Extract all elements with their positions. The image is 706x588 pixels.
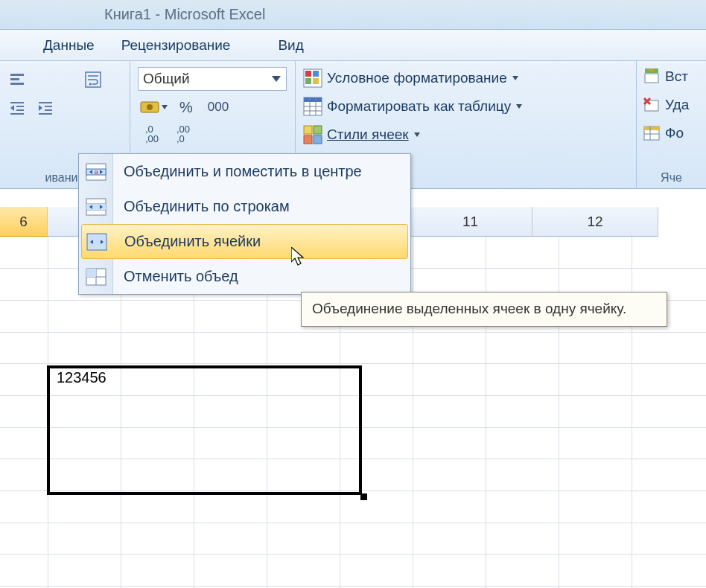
indent-increase-icon xyxy=(37,100,54,116)
svg-rect-6 xyxy=(10,113,24,115)
comma-style-button[interactable]: 000 xyxy=(202,95,235,119)
svg-marker-12 xyxy=(39,105,42,111)
thousands-icon: 000 xyxy=(208,100,229,115)
svg-rect-41 xyxy=(314,135,322,144)
delete-cells-button[interactable]: Уда xyxy=(643,97,689,113)
indent-increase-button[interactable] xyxy=(33,95,58,121)
tooltip: Объединение выделенных ячеек в одну ячей… xyxy=(301,292,667,327)
merge-cells-icon xyxy=(86,233,107,251)
menu-view[interactable]: Вид xyxy=(264,33,317,58)
svg-rect-70 xyxy=(86,269,96,277)
svg-rect-3 xyxy=(10,102,24,103)
svg-rect-64 xyxy=(87,234,106,250)
svg-rect-0 xyxy=(10,74,24,76)
svg-rect-43 xyxy=(645,74,658,83)
insert-cells-button[interactable]: Вст xyxy=(643,68,688,85)
menu-reviewing[interactable]: Рецензирование xyxy=(108,33,244,58)
svg-rect-5 xyxy=(16,109,24,111)
menu-item-merge-across[interactable]: Объединить по строкам xyxy=(113,189,410,224)
conditional-formatting-button[interactable]: Условное форматирование xyxy=(303,68,519,88)
selection-handle[interactable] xyxy=(360,493,367,500)
svg-marker-24 xyxy=(162,105,168,109)
chevron-down-icon xyxy=(271,74,282,84)
ribbon-group-cells: Вст Уда Фо Яче xyxy=(637,61,706,189)
svg-marker-42 xyxy=(414,132,420,137)
align-top-button[interactable] xyxy=(4,67,30,92)
decrease-decimal-icon: ,00,0 xyxy=(176,124,190,144)
window-title: Книга1 - Microsoft Excel xyxy=(104,6,265,23)
svg-rect-32 xyxy=(304,98,322,102)
merge-dropdown-menu: a Объединить и поместить в центре Объеди… xyxy=(78,153,411,295)
chevron-down-icon xyxy=(515,103,523,110)
svg-rect-9 xyxy=(45,106,52,107)
chevron-down-icon xyxy=(413,131,421,138)
svg-rect-50 xyxy=(644,127,659,130)
svg-marker-7 xyxy=(10,105,14,111)
svg-rect-27 xyxy=(313,71,319,77)
svg-rect-2 xyxy=(10,83,24,85)
svg-rect-28 xyxy=(305,78,311,84)
percent-button[interactable]: % xyxy=(174,95,199,119)
menu-item-unmerge[interactable]: Отменить объед xyxy=(113,259,410,294)
increase-decimal-icon: ,0,00 xyxy=(145,124,159,144)
svg-point-23 xyxy=(147,104,153,110)
svg-rect-38 xyxy=(304,126,312,134)
format-button[interactable]: Фо xyxy=(643,125,684,141)
indent-decrease-button[interactable] xyxy=(4,95,30,121)
title-bar: Книга1 - Microsoft Excel xyxy=(0,0,706,30)
chevron-down-icon xyxy=(161,103,168,111)
chevron-down-icon xyxy=(512,74,519,82)
column-header[interactable]: 11 xyxy=(409,207,532,237)
svg-marker-30 xyxy=(512,76,518,80)
svg-text:a: a xyxy=(94,168,98,176)
indent-decrease-icon xyxy=(9,100,25,116)
group-label-cells: Яче xyxy=(637,171,706,185)
wrap-text-button[interactable] xyxy=(80,67,106,92)
svg-rect-4 xyxy=(16,106,24,107)
menu-item-merge-cells[interactable]: Объединить ячейки xyxy=(81,224,408,259)
align-icon xyxy=(9,71,25,88)
insert-icon xyxy=(643,68,661,85)
cell-styles-button[interactable]: Стили ячеек xyxy=(303,125,421,144)
svg-rect-40 xyxy=(304,135,312,144)
wrap-text-icon xyxy=(84,71,102,89)
percent-icon: % xyxy=(179,99,193,116)
svg-rect-10 xyxy=(45,109,52,111)
delete-icon xyxy=(643,97,661,113)
column-header[interactable]: 6 xyxy=(0,207,48,237)
svg-rect-26 xyxy=(305,71,311,77)
svg-rect-61 xyxy=(86,204,106,210)
menu-item-merge-center[interactable]: a Объединить и поместить в центре xyxy=(113,154,410,189)
format-table-icon xyxy=(303,97,322,116)
cell-styles-icon xyxy=(303,125,322,144)
svg-marker-37 xyxy=(516,104,522,109)
unmerge-icon xyxy=(86,268,106,286)
svg-marker-21 xyxy=(272,76,281,82)
number-format-combo[interactable]: Общий xyxy=(138,67,287,91)
decrease-decimal-button[interactable]: ,00,0 xyxy=(169,122,197,146)
merge-across-icon xyxy=(86,198,106,216)
merge-center-icon: a xyxy=(86,163,106,181)
svg-rect-39 xyxy=(314,126,322,134)
column-header[interactable]: 12 xyxy=(532,207,658,237)
menu-data[interactable]: Данные xyxy=(30,33,108,58)
svg-rect-1 xyxy=(10,78,19,80)
format-icon xyxy=(643,125,661,141)
svg-marker-14 xyxy=(89,83,92,86)
cell-value: 123456 xyxy=(57,369,106,386)
conditional-format-icon xyxy=(303,68,322,88)
increase-decimal-button[interactable]: ,0,00 xyxy=(138,122,166,146)
svg-rect-8 xyxy=(39,102,52,103)
menu-bar: Данные Рецензирование Вид xyxy=(0,30,706,61)
format-as-table-button[interactable]: Форматировать как таблицу xyxy=(303,97,523,116)
svg-rect-11 xyxy=(39,113,52,115)
number-format-value: Общий xyxy=(143,71,190,87)
currency-button[interactable] xyxy=(138,95,171,119)
svg-rect-29 xyxy=(313,78,319,84)
currency-icon xyxy=(140,99,159,115)
